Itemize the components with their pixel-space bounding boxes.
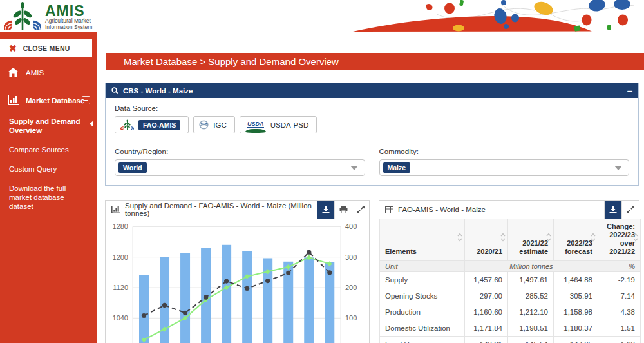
chart-panel: Supply and Demand - FAO-AMIS - World - M… (105, 200, 370, 343)
chart-svg: 1040100112020012003001280400 (106, 219, 369, 343)
cbs-panel-title: CBS - World - Maize (123, 87, 193, 95)
chart-download-button[interactable] (317, 201, 334, 219)
chart-expand-button[interactable] (352, 201, 369, 219)
svg-text:300: 300 (345, 253, 357, 261)
main-content: Market Database > Supply and Demand Over… (97, 32, 644, 343)
amis-logo-icon (4, 1, 41, 31)
expand-icon (357, 206, 365, 213)
table-row: Opening Stocks297.00285.52305.917.14 (380, 288, 641, 304)
collapse-panel-button[interactable]: – (627, 87, 632, 95)
column-header[interactable]: Change:2022/23over2021/22 (598, 219, 641, 261)
unit-row: Unit Million tonnes % (380, 261, 641, 272)
svg-text:1280: 1280 (113, 222, 128, 230)
logo-subtitle-2: Information System (45, 24, 92, 31)
country-selected-chip: World (118, 162, 147, 173)
source-label: USDA-PSD (270, 121, 308, 129)
sidebar-item-amis[interactable]: AMIS (0, 61, 97, 84)
source-button-fao-amis[interactable]: FAO-AMIS (115, 116, 189, 133)
data-source-buttons: FAO-AMIS IGC USDA USDA-PSD (115, 116, 629, 133)
chart-panel-title: Supply and Demand - FAO-AMIS - World - M… (125, 202, 317, 217)
table-row: Domestic Utilization1,171.841,198.511,18… (380, 320, 641, 337)
home-icon (8, 68, 21, 77)
source-button-igc[interactable]: IGC (193, 116, 234, 133)
column-header[interactable]: 2022/23forecast (554, 219, 598, 261)
sidebar-item-market-database[interactable]: Market Database – (0, 89, 97, 112)
svg-text:1120: 1120 (113, 284, 128, 291)
top-header: AMIS Agricultural Market Information Sys… (0, 0, 644, 32)
table-download-button[interactable] (604, 201, 621, 219)
table-expand-button[interactable] (621, 201, 639, 219)
column-header[interactable]: 2020/21 (465, 219, 508, 261)
table-panel: FAO-AMIS - World - Maize Elements2020/21… (379, 200, 639, 343)
commodity-label: Commodity: (379, 148, 630, 155)
close-icon: ✖ (9, 43, 17, 54)
table-header-row: Elements2020/212021/22estimate2022/23for… (380, 219, 641, 261)
sidebar-subitem-supply-and-demand[interactable]: Supply and Demand Overview (0, 112, 97, 140)
table-panel-title: FAO-AMIS - World - Maize (398, 206, 486, 213)
print-icon (339, 206, 348, 213)
sidebar-subitems: Supply and Demand OverviewCompare Source… (0, 112, 97, 216)
sort-carets-icon (633, 233, 638, 242)
chart-icon (111, 206, 120, 213)
svg-text:1200: 1200 (113, 253, 128, 261)
supply-demand-table: Elements2020/212021/22estimate2022/23for… (379, 219, 641, 343)
sidebar-subitem-custom-query[interactable]: Custom Query (0, 159, 97, 179)
supply-demand-chart: 1040100112020012003001280400 (106, 219, 369, 343)
data-source-label: Data Source: (115, 104, 629, 112)
expand-icon (627, 206, 634, 213)
chart-panel-header: Supply and Demand - FAO-AMIS - World - M… (106, 201, 369, 219)
table-row: Supply1,457.601,497.611,464.88-2.19 (380, 272, 641, 288)
bar-chart-icon (8, 95, 21, 105)
country-region-select[interactable]: World (115, 159, 365, 176)
chevron-down-icon (614, 166, 622, 170)
svg-text:1040: 1040 (113, 314, 128, 322)
breadcrumb: Market Database > Supply and Demand Over… (106, 53, 644, 70)
cbs-filter-panel: CBS - World - Maize – Data Source: FAO-A… (105, 83, 639, 186)
column-header[interactable]: 2021/22estimate (508, 219, 554, 261)
sidebar-subitem-download-the-full[interactable]: Download the full market database datase… (0, 179, 97, 216)
cbs-panel-header: CBS - World - Maize – (106, 83, 638, 98)
commodity-select[interactable]: Maize (379, 159, 630, 176)
column-header[interactable]: Elements (380, 219, 465, 261)
source-label: FAO-AMIS (138, 120, 180, 130)
search-icon (111, 87, 118, 94)
chart-print-button[interactable] (334, 201, 352, 219)
sort-carets-icon (546, 233, 551, 242)
amis-app: AMIS Agricultural Market Information Sys… (0, 0, 644, 343)
amis-mini-logo-icon (120, 119, 134, 130)
globe-icon (199, 120, 209, 130)
decorative-banner (283, 0, 644, 32)
source-button-usda-psd[interactable]: USDA USDA-PSD (240, 116, 317, 133)
collapse-minus-box-icon[interactable]: – (82, 96, 90, 104)
sidebar-item-label: AMIS (26, 69, 44, 77)
usda-logo-icon: USDA (245, 117, 266, 133)
svg-text:200: 200 (345, 284, 357, 291)
close-menu-button[interactable]: ✖ CLOSE MENU (0, 39, 92, 57)
chevron-down-icon (350, 166, 358, 170)
table-grid-icon (385, 206, 393, 213)
sidebar: ✖ CLOSE MENU AMIS Market Database – Supp… (0, 32, 97, 343)
sidebar-item-label: Market Database (26, 97, 84, 104)
logo-title: AMIS (45, 4, 92, 18)
sort-carets-icon (591, 233, 596, 242)
table-row: Production1,160.601,212.101,158.98-4.38 (380, 304, 641, 320)
country-region-label: Country/Region: (115, 148, 365, 155)
amis-logo[interactable]: AMIS Agricultural Market Information Sys… (4, 1, 92, 31)
sort-carets-icon (500, 233, 506, 242)
active-left-arrow-icon (90, 121, 93, 127)
download-icon (609, 206, 617, 213)
svg-text:400: 400 (345, 222, 357, 230)
sort-carets-icon (457, 233, 462, 242)
svg-text:100: 100 (345, 314, 357, 322)
commodity-selected-chip: Maize (383, 162, 411, 173)
table-panel-header: FAO-AMIS - World - Maize (379, 201, 639, 219)
download-icon (322, 206, 330, 213)
source-label: IGC (213, 121, 226, 129)
sidebar-subitem-compare-sources[interactable]: Compare Sources (0, 140, 97, 159)
table-row: Food Use143.21145.54147.051.03 (380, 337, 641, 343)
